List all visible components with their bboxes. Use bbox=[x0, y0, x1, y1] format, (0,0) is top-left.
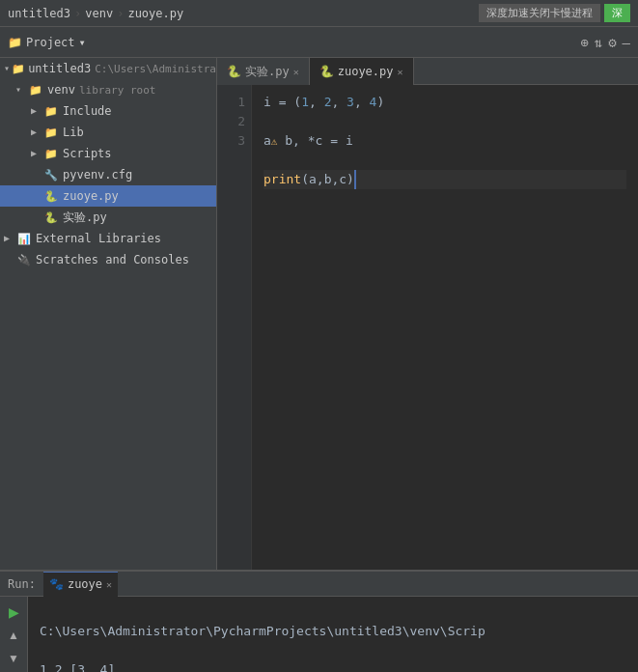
run-play-btn[interactable]: ▶ bbox=[4, 602, 23, 622]
item-sublabel-venv: library root bbox=[79, 84, 155, 97]
item-label-venv: venv bbox=[47, 83, 75, 97]
tab-label-zuoye: zuoye.py bbox=[338, 65, 394, 78]
item-label-zuoye: zuoye.py bbox=[63, 189, 119, 203]
folder-icon-scripts: 📁 bbox=[44, 148, 60, 159]
title-bar-right: 深度加速关闭卡慢进程 深 bbox=[479, 4, 630, 22]
title-venv: venv bbox=[85, 7, 113, 20]
item-label-scripts: Scripts bbox=[63, 147, 112, 160]
code-view[interactable]: 1 2 3 i = (1, 2, 3, 4) a⚠ b, *c = i prin… bbox=[217, 85, 638, 570]
run-output: ▶ ▲ ▼ ⏹ ⇄ C:\Users\Administrator\Pycharm… bbox=[0, 597, 638, 672]
run-down-btn[interactable]: ▼ bbox=[4, 649, 23, 668]
title-bar: untitled3 › venv › zuoye.py 深度加速关闭卡慢进程 深 bbox=[0, 0, 638, 27]
code-line-1: i = (1, 2, 3, 4) bbox=[264, 93, 626, 112]
code-content[interactable]: i = (1, 2, 3, 4) a⚠ b, *c = i print(a,b,… bbox=[252, 85, 638, 570]
item-label-untitled3: untitled3 bbox=[28, 62, 91, 75]
tab-zuoye[interactable]: 🐍 zuoye.py ✕ bbox=[310, 58, 414, 85]
code-line-3: print(a,b,c) bbox=[264, 170, 626, 189]
tab-shiyan[interactable]: 🐍 实验.py ✕ bbox=[217, 58, 310, 85]
tab-close-shiyan[interactable]: ✕ bbox=[293, 67, 299, 77]
sidebar-item-lib[interactable]: ▶ 📁 Lib bbox=[0, 122, 216, 143]
run-output-text: C:\Users\Administrator\PycharmProjects\u… bbox=[28, 597, 638, 672]
py-file-icon-shiyan: 🐍 bbox=[44, 211, 60, 223]
chevron-right-icon: ▶ bbox=[4, 233, 15, 244]
sidebar-item-venv[interactable]: ▾ 📁 venv library root bbox=[0, 79, 216, 100]
py-file-icon: 🐍 bbox=[44, 190, 60, 202]
title-project-name: untitled3 bbox=[8, 7, 70, 20]
toolbar-icons: ⊕ ⇅ ⚙ — bbox=[580, 35, 630, 50]
item-label-include: Include bbox=[63, 104, 112, 118]
folder-icon-venv: 📁 bbox=[29, 84, 44, 96]
sidebar-item-untitled3[interactable]: ▾ 📁 untitled3 C:\Users\Administra bbox=[0, 58, 216, 79]
editor-area: 🐍 实验.py ✕ 🐍 zuoye.py ✕ 1 2 3 i = (1, 2, … bbox=[217, 58, 638, 570]
folder-icon-include: 📁 bbox=[44, 105, 60, 117]
chevron-down-icon: ▾ bbox=[15, 84, 27, 96]
py-tab-icon-zuoye: 🐍 bbox=[319, 65, 334, 78]
deepspeed-label-btn[interactable]: 深度加速关闭卡慢进程 bbox=[479, 4, 600, 22]
add-content-icon[interactable]: ⊕ bbox=[580, 35, 588, 50]
chevron-down-icon: ▾ bbox=[4, 63, 10, 74]
settings-icon[interactable]: ⚙ bbox=[608, 35, 616, 50]
item-label-shiyan: 实验.py bbox=[63, 210, 107, 226]
folder-icon: 📁 bbox=[12, 63, 25, 74]
run-tab-zuoye[interactable]: 🐾 zuoye ✕ bbox=[43, 572, 118, 597]
title-project: untitled3 › venv › zuoye.py bbox=[8, 7, 183, 20]
item-label-lib: Lib bbox=[63, 126, 84, 139]
bottom-panel: Run: 🐾 zuoye ✕ ▶ ▲ ▼ ⏹ ⇄ C:\Users\Admini… bbox=[0, 570, 638, 672]
line-num-1: 1 bbox=[217, 93, 245, 112]
line-num-3: 3 bbox=[217, 131, 245, 151]
folder-icon-lib: 📁 bbox=[44, 126, 60, 138]
sidebar-item-zuoye[interactable]: ▶ 🐍 zuoye.py bbox=[0, 185, 216, 207]
chevron-right-icon: ▶ bbox=[31, 105, 42, 117]
sidebar-item-include[interactable]: ▶ 📁 Include bbox=[0, 100, 216, 122]
sort-icon[interactable]: ⇅ bbox=[595, 35, 602, 50]
chevron-right-icon: ▶ bbox=[31, 126, 42, 138]
sidebar-item-shiyan[interactable]: ▶ 🐍 实验.py bbox=[0, 207, 216, 228]
title-file: zuoye.py bbox=[127, 7, 183, 20]
sidebar-item-ext-libs[interactable]: ▶ 📊 External Libraries bbox=[0, 228, 216, 249]
cursor bbox=[354, 170, 356, 189]
output-path: C:\Users\Administrator\PycharmProjects\u… bbox=[40, 624, 485, 638]
run-tab-icon: 🐾 bbox=[49, 577, 64, 591]
tab-label-shiyan: 实验.py bbox=[245, 64, 290, 80]
main-area: ▾ 📁 untitled3 C:\Users\Administra ▾ 📁 ve… bbox=[0, 58, 638, 570]
item-label-pyvenv: pyvenv.cfg bbox=[63, 168, 132, 182]
output-result: 1 2 [3, 4] bbox=[40, 662, 115, 672]
ext-libs-icon: 📊 bbox=[17, 233, 33, 244]
run-controls: ▶ ▲ ▼ ⏹ ⇄ bbox=[0, 597, 28, 672]
tab-bar: 🐍 实验.py ✕ 🐍 zuoye.py ✕ bbox=[217, 58, 638, 85]
run-up-btn[interactable]: ▲ bbox=[4, 626, 23, 645]
run-tab-close[interactable]: ✕ bbox=[106, 579, 112, 590]
toolbar: 📁 Project ▾ ⊕ ⇅ ⚙ — bbox=[0, 27, 638, 58]
config-file-icon: 🔧 bbox=[44, 169, 60, 181]
sidebar-item-scripts[interactable]: ▶ 📁 Scripts bbox=[0, 143, 216, 164]
sidebar-item-scratches[interactable]: ▶ 🔌 Scratches and Consoles bbox=[0, 249, 216, 270]
code-line-2: a⚠ b, *c = i bbox=[264, 131, 626, 151]
chevron-down-icon: ▾ bbox=[79, 36, 86, 49]
project-label: Project bbox=[26, 36, 75, 49]
project-dropdown[interactable]: 📁 Project ▾ bbox=[8, 36, 86, 49]
line-numbers: 1 2 3 bbox=[217, 85, 252, 570]
sidebar-item-pyvenv[interactable]: ▶ 🔧 pyvenv.cfg bbox=[0, 164, 216, 185]
run-tab-bar: Run: 🐾 zuoye ✕ bbox=[0, 572, 638, 597]
py-tab-icon: 🐍 bbox=[227, 65, 241, 78]
item-path-untitled3: C:\Users\Administra bbox=[95, 63, 216, 75]
collapse-icon[interactable]: — bbox=[623, 35, 630, 50]
item-label-ext-libs: External Libraries bbox=[36, 232, 161, 245]
sidebar: ▾ 📁 untitled3 C:\Users\Administra ▾ 📁 ve… bbox=[0, 58, 217, 570]
scratches-icon: 🔌 bbox=[17, 254, 33, 266]
deepspeed-btn[interactable]: 深 bbox=[604, 4, 630, 22]
line-num-2: 2 bbox=[217, 112, 245, 131]
run-tab-label: zuoye bbox=[68, 577, 102, 591]
tab-close-zuoye[interactable]: ✕ bbox=[398, 67, 403, 77]
folder-icon-toolbar: 📁 bbox=[8, 36, 22, 49]
run-label: Run: bbox=[8, 577, 36, 591]
item-label-scratches: Scratches and Consoles bbox=[36, 253, 189, 266]
chevron-right-icon: ▶ bbox=[31, 148, 42, 159]
